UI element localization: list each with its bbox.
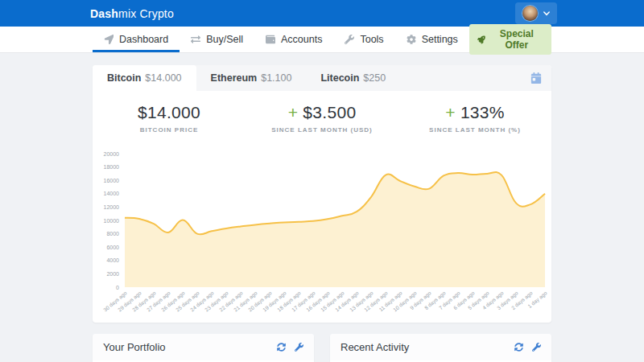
calendar-icon [530,72,542,84]
card-settings-button[interactable] [532,343,541,352]
card-actions [514,343,541,352]
y-axis-tick-label: 18000 [104,164,120,170]
stat-label: SINCE LAST MONTH (USD) [246,126,398,134]
nav-items: Dashboard Buy/Sell Accounts Tools Settin… [93,27,469,52]
tab-name: Ethereum [211,72,258,84]
stats-row: $14.000 BITCOIN PRICE + $3.500 SINCE LAS… [93,91,551,144]
brand-logo[interactable]: Dashmix Crypto [90,7,174,20]
stat-label: SINCE LAST MONTH (%) [398,126,551,134]
stat-value: + 133% [398,103,551,122]
y-axis-tick-label: 8000 [106,231,119,237]
y-axis-tick-label: 4000 [106,257,119,263]
user-avatar [522,6,538,21]
crypto-tabs: Bitcoin $14.000 Ethereum $1.100 Litecoin… [93,65,551,91]
stat-value: + $3.500 [246,103,398,122]
card-settings-button[interactable] [295,343,303,352]
wallet-icon [266,35,275,44]
swap-arrows-icon [191,35,200,44]
card-title: Your Portfolio [103,341,166,353]
app-window: Dashmix Crypto Dashboard Buy/Sell Accoun… [0,0,644,362]
nav-item-dashboard[interactable]: Dashboard [93,27,180,52]
nav-item-label: Settings [422,34,458,45]
nav-item-label: Buy/Sell [206,34,243,45]
nav-item-accounts[interactable]: Accounts [254,27,333,52]
refresh-icon [277,343,286,352]
stat-change-percent: + 133% SINCE LAST MONTH (%) [398,103,551,134]
wrench-icon [345,35,354,44]
page-content: Bitcoin $14.000 Ethereum $1.100 Litecoin… [0,52,644,362]
wrench-icon [532,343,541,352]
portfolio-card: Your Portfolio [93,334,314,362]
stat-prefix: + [288,103,303,121]
tab-name: Bitcoin [107,72,141,84]
stat-value: $14.000 [93,103,246,122]
gear-icon [407,35,416,44]
user-menu-button[interactable] [515,2,557,24]
main-nav: Dashboard Buy/Sell Accounts Tools Settin… [0,27,644,52]
y-axis-tick-label: 14000 [104,191,120,196]
y-axis-tick-label: 10000 [104,218,120,224]
y-axis-tick-label: 2000 [106,271,119,277]
tab-bitcoin[interactable]: Bitcoin $14.000 [93,65,196,91]
refresh-button[interactable] [514,343,523,352]
tab-price: $14.000 [145,72,181,84]
tab-litecoin[interactable]: Litecoin $250 [306,65,400,91]
tabs-spacer [400,65,521,91]
card-title: Recent Activity [341,341,409,353]
chevron-down-icon [543,11,550,16]
stat-number: 133% [460,103,505,121]
stat-number: $3.500 [303,103,356,121]
location-arrow-icon [104,35,114,44]
y-axis-tick-label: 6000 [106,245,119,250]
stat-change-usd: + $3.500 SINCE LAST MONTH (USD) [246,103,398,134]
stat-label: BITCOIN PRICE [93,126,246,134]
brand-bold: Dash [90,7,118,20]
nav-item-label: Dashboard [119,34,168,45]
y-axis-tick-label: 16000 [104,178,120,183]
recent-activity-card-header: Recent Activity [330,334,551,360]
crypto-overview-card: Bitcoin $14.000 Ethereum $1.100 Litecoin… [93,65,551,323]
y-axis-tick-label: 12000 [104,204,120,210]
bitcoin-price-chart: 0200040006000800010000120001400016000180… [93,146,551,321]
wrench-icon [295,343,303,352]
tab-name: Litecoin [320,72,359,84]
chart-area: 0200040006000800010000120001400016000180… [93,144,551,323]
brand-rest: mix Crypto [118,7,174,20]
y-axis-tick-label: 20000 [104,151,120,157]
refresh-button[interactable] [277,343,286,352]
nav-item-tools[interactable]: Tools [333,27,394,52]
stat-bitcoin-price: $14.000 BITCOIN PRICE [93,103,246,134]
stat-prefix: + [445,103,460,121]
nav-item-label: Tools [360,34,383,45]
card-actions [277,343,303,352]
portfolio-card-header: Your Portfolio [93,334,314,360]
special-offer-button[interactable]: Special Offer [469,24,551,55]
tab-price: $1.100 [261,72,291,84]
special-offer-label: Special Offer [490,28,543,51]
header-bar: Dashmix Crypto [0,0,644,27]
bottom-cards-row: Your Portfolio Recent Activity [93,334,551,362]
stat-number: $14.000 [138,103,200,121]
nav-item-buy-sell[interactable]: Buy/Sell [180,27,254,52]
recent-activity-card: Recent Activity [330,334,551,362]
y-axis-tick-label: 0 [116,285,119,290]
chart-area-fill [125,172,545,287]
tab-price: $250 [363,72,386,84]
refresh-icon [514,343,523,352]
nav-item-settings[interactable]: Settings [395,27,469,52]
date-range-button[interactable] [521,65,551,91]
tab-ethereum[interactable]: Ethereum $1.100 [196,65,307,91]
nav-item-label: Accounts [281,34,322,45]
rocket-icon [477,35,485,44]
